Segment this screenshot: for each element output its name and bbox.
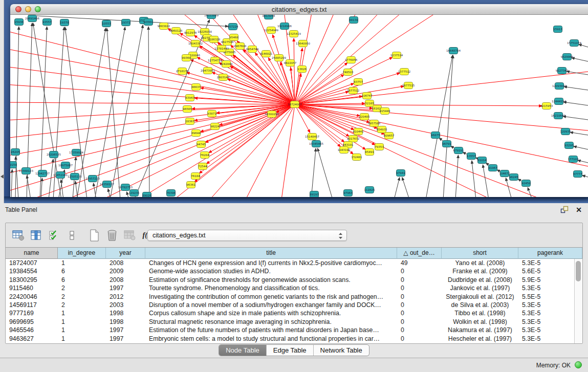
- select-columns-button[interactable]: [48, 229, 61, 242]
- close-panel-icon[interactable]: ✕: [576, 206, 582, 213]
- delete-table-button[interactable]: [105, 229, 119, 242]
- table-cell-pagerank[interactable]: 5.5E-5: [518, 293, 574, 301]
- table-selector[interactable]: citations_edges.txt: [147, 230, 347, 241]
- network-window[interactable]: citations_edges.txt 18724007183002959663…: [10, 4, 588, 197]
- table-cell-name[interactable]: 9463627: [6, 335, 58, 343]
- table-cell-pagerank[interactable]: 5.6E-5: [518, 267, 574, 275]
- table-cell-title[interactable]: Embryonic stem cells: a model to study s…: [145, 335, 397, 343]
- table-cell-out_degree[interactable]: 0: [397, 326, 442, 334]
- table-cell-short[interactable]: Dudbridge et al. (2008): [442, 276, 518, 284]
- table-cell-out_degree[interactable]: 0: [397, 284, 442, 292]
- table-cell-short[interactable]: Franke et al. (2009): [442, 267, 518, 275]
- table-row[interactable]: 1872400712008Changes of HCN gene express…: [6, 259, 574, 267]
- table-cell-in_degree[interactable]: 2: [58, 293, 106, 301]
- panel-collapse-arrow-icon[interactable]: [1, 174, 4, 179]
- table-cell-pagerank[interactable]: 5.3E-5: [518, 259, 574, 267]
- table-row[interactable]: 1456911722003Disruption of a novel membe…: [6, 301, 574, 309]
- table-cell-short[interactable]: de Silva et al. (2003): [442, 301, 518, 309]
- network-canvas[interactable]: 1872400718300295966382289601289912974182…: [10, 15, 588, 197]
- tab-edge-table[interactable]: Edge Table: [267, 345, 314, 356]
- table-cell-name[interactable]: 9465546: [6, 326, 58, 334]
- table-cell-year[interactable]: 1998: [106, 309, 145, 317]
- table-cell-year[interactable]: 2008: [106, 276, 145, 284]
- table-cell-out_degree[interactable]: 0: [397, 309, 442, 317]
- memory-ok-indicator-icon[interactable]: [575, 361, 582, 368]
- table-cell-title[interactable]: Genome-wide association studies in ADHD.: [145, 267, 397, 275]
- table-row[interactable]: 1938455462009Genome-wide association stu…: [6, 267, 574, 275]
- column-header-pagerank[interactable]: pagerank: [518, 248, 582, 259]
- table-cell-short[interactable]: Stergiakouli et al. (2012): [442, 293, 518, 301]
- table-row[interactable]: 2242004622012Investigating the contribut…: [6, 293, 574, 301]
- column-header-title[interactable]: title: [145, 248, 397, 259]
- table-cell-year[interactable]: 2008: [106, 259, 145, 267]
- table-cell-pagerank[interactable]: 5.3E-5: [518, 318, 574, 326]
- table-cell-in_degree[interactable]: 6: [58, 267, 106, 275]
- table-cell-year[interactable]: 2009: [106, 267, 145, 275]
- table-cell-short[interactable]: Wolkin et al. (1998): [442, 318, 518, 326]
- table-cell-short[interactable]: Tibbo et al. (1998): [442, 309, 518, 317]
- network-view[interactable]: 1872400718300295966382289601289912974182…: [10, 15, 588, 197]
- table-cell-year[interactable]: 1997: [106, 284, 145, 292]
- table-cell-pagerank[interactable]: 5.9E-5: [518, 276, 574, 284]
- table-cell-name[interactable]: 18300295: [6, 276, 58, 284]
- table-cell-year[interactable]: 2012: [106, 293, 145, 301]
- table-row[interactable]: 1830029562008Estimation of significance …: [6, 276, 574, 284]
- network-window-titlebar[interactable]: citations_edges.txt: [10, 4, 588, 15]
- table-cell-name[interactable]: 9115460: [6, 284, 58, 292]
- table-row[interactable]: 977716911998Corpus callosum shape and si…: [6, 309, 574, 317]
- row-selection-button[interactable]: [66, 229, 79, 242]
- table-cell-title[interactable]: Structural magnetic resonance image aver…: [145, 318, 397, 326]
- table-cell-name[interactable]: 18724007: [6, 259, 58, 267]
- table-cell-pagerank[interactable]: 5.3E-5: [518, 326, 574, 334]
- table-cell-pagerank[interactable]: 5.3E-5: [518, 301, 574, 309]
- table-cell-pagerank[interactable]: 5.3E-5: [518, 309, 574, 317]
- table-cell-out_degree[interactable]: 0: [397, 276, 442, 284]
- table-cell-in_degree[interactable]: 1: [58, 335, 106, 343]
- float-window-icon[interactable]: [560, 206, 569, 213]
- table-row[interactable]: 946362711997Embryonic stem cells: a mode…: [6, 335, 574, 343]
- table-cell-title[interactable]: Estimation of the future numbers of pati…: [145, 326, 397, 334]
- scrollbar-thumb[interactable]: [576, 261, 581, 281]
- table-cell-out_degree[interactable]: 0: [397, 318, 442, 326]
- column-header-year[interactable]: year: [106, 248, 145, 259]
- table-cell-short[interactable]: Yano et al. (2008): [442, 259, 518, 267]
- table-cell-in_degree[interactable]: 2: [58, 301, 106, 309]
- table-row[interactable]: 911546021997Tourette syndrome. Phenomeno…: [6, 284, 574, 292]
- create-table-button[interactable]: [88, 229, 101, 242]
- table-cell-title[interactable]: Disruption of a novel member of a sodium…: [145, 301, 397, 309]
- table-cell-year[interactable]: 1997: [106, 326, 145, 334]
- column-header-name[interactable]: name: [6, 248, 58, 259]
- column-header-out_degree[interactable]: △ out_de…: [397, 248, 442, 259]
- table-cell-title[interactable]: Changes of HCN gene expression and I(f) …: [145, 259, 397, 267]
- tab-network-table[interactable]: Network Table: [314, 345, 369, 356]
- table-settings-button[interactable]: [12, 229, 25, 242]
- table-cell-name[interactable]: 19384554: [6, 267, 58, 275]
- table-cell-short[interactable]: Hescheler et al. (1997): [442, 335, 518, 343]
- table-cell-title[interactable]: Tourette syndrome. Phenomenology and cla…: [145, 284, 397, 292]
- table-cell-in_degree[interactable]: 1: [58, 309, 106, 317]
- table-cell-name[interactable]: 14569117: [6, 301, 58, 309]
- table-cell-in_degree[interactable]: 1: [58, 318, 106, 326]
- table-cell-year[interactable]: 1997: [106, 335, 145, 343]
- table-cell-title[interactable]: Investigating the contribution of common…: [145, 293, 397, 301]
- table-cell-name[interactable]: 9777169: [6, 309, 58, 317]
- table-cell-pagerank[interactable]: 5.3E-5: [518, 335, 574, 343]
- table-cell-short[interactable]: Nakamura et al. (1997): [442, 326, 518, 334]
- table-cell-out_degree[interactable]: 0: [397, 267, 442, 275]
- table-cell-short[interactable]: Jankovic et al. (1997): [442, 284, 518, 292]
- table-row[interactable]: 969969511998Structural magnetic resonanc…: [6, 318, 574, 326]
- table-cell-year[interactable]: 2003: [106, 301, 145, 309]
- tab-node-table[interactable]: Node Table: [219, 345, 267, 356]
- column-visibility-button[interactable]: [30, 229, 43, 242]
- table-row[interactable]: 946554611997Estimation of the future num…: [6, 326, 574, 334]
- column-header-short[interactable]: short: [442, 248, 518, 259]
- table-cell-in_degree[interactable]: 1: [58, 326, 106, 334]
- table-cell-in_degree[interactable]: 2: [58, 284, 106, 292]
- table-cell-title[interactable]: Corpus callosum shape and size in male p…: [145, 309, 397, 317]
- table-cell-name[interactable]: 9699695: [6, 318, 58, 326]
- table-cell-pagerank[interactable]: 5.3E-5: [518, 284, 574, 292]
- column-header-in_degree[interactable]: in_degree: [58, 248, 106, 259]
- table-cell-out_degree[interactable]: 0: [397, 293, 442, 301]
- table-cell-in_degree[interactable]: 6: [58, 276, 106, 284]
- table-cell-out_degree[interactable]: 49: [397, 259, 442, 267]
